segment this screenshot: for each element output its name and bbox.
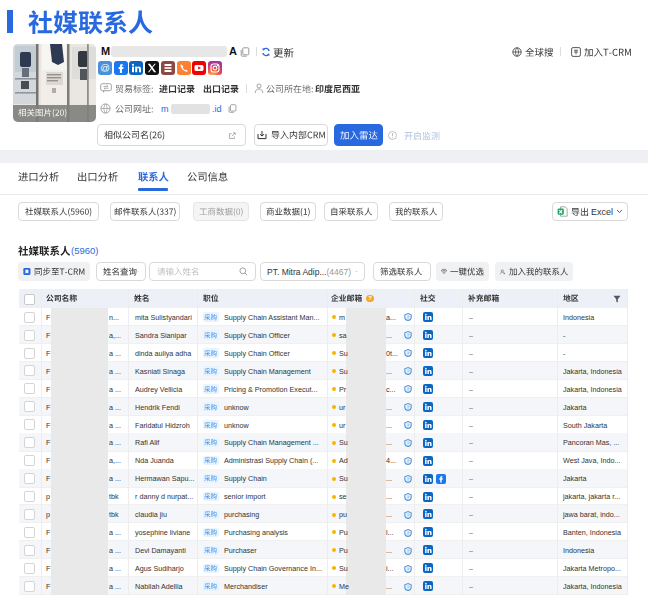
svg-text:@: @	[100, 62, 110, 73]
